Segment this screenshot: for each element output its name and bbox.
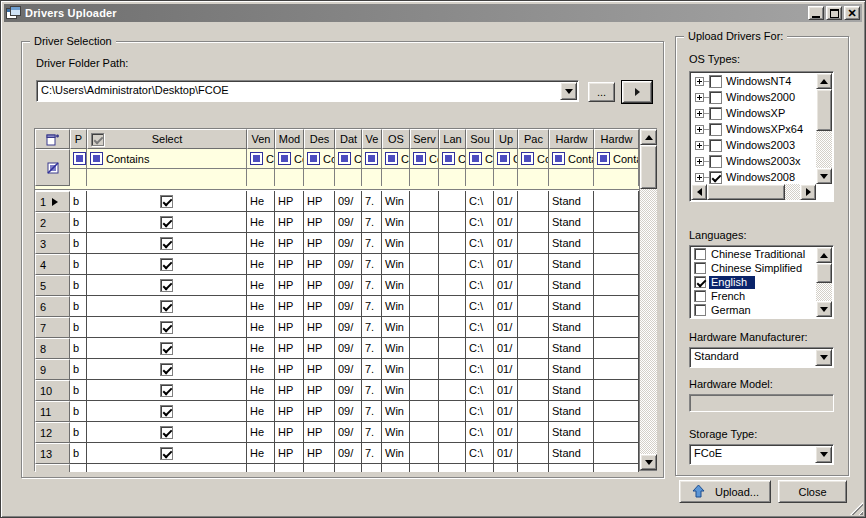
cell-sou-10[interactable]: C:\ [466,380,494,401]
scroll-down-button[interactable] [816,301,832,317]
cell-dat-5[interactable]: 09/ [335,254,362,275]
cell-lan-9[interactable] [439,359,466,380]
expand-plus-icon[interactable] [695,157,704,166]
scroll-down-button[interactable] [640,454,657,470]
filter-cell-up-11[interactable]: Contains [494,149,518,169]
os-type-checkbox[interactable] [709,139,722,152]
cell-os-7[interactable]: Win [382,317,410,338]
cell-up-11[interactable]: 01/ [494,443,518,464]
cell-up-11[interactable]: 01/ [494,401,518,422]
scroll-right-button[interactable] [800,184,816,200]
cell-serv-8[interactable] [410,191,439,212]
cell-pac-12[interactable] [518,296,549,317]
cell-select[interactable] [87,233,247,254]
cell-pac-12[interactable] [518,212,549,233]
language-checkbox[interactable] [694,248,706,260]
cell-hardw-13[interactable]: Stand [549,254,594,275]
cell-os-7[interactable]: Win [382,443,410,464]
filter-cell-des-4[interactable]: Contains [304,149,335,169]
os-type-item-windowsnt4[interactable]: WindowsNT4 [691,73,816,89]
column-header-hardw-13[interactable]: Hardw [549,129,594,149]
row-select-checkbox[interactable] [160,258,173,271]
cell-dat-5[interactable]: 09/ [335,380,362,401]
row-selector-10[interactable]: 10 [35,380,70,401]
cell-hardw-14[interactable] [594,254,639,275]
table-row[interactable]: 9bHeHPHP09/7.WinC:\01/Stand [35,359,639,380]
row-selector-11[interactable]: 11 [35,401,70,422]
row-select-checkbox[interactable] [160,195,173,208]
cell-dat-5[interactable]: 09/ [335,338,362,359]
filter-operator-icon[interactable] [442,152,455,165]
table-row[interactable]: 12bHeHPHP09/7.WinC:\01/Stand [35,422,639,443]
filter-cell-dat-5[interactable]: Contains [335,149,362,169]
cell-lan-9[interactable] [439,338,466,359]
column-header-hardw-14[interactable]: Hardw [594,129,639,149]
row-selector-13[interactable]: 13 [35,443,70,464]
cell-os-7[interactable]: Win [382,401,410,422]
filter-cell-hardw-13[interactable]: Contains [549,149,594,169]
row-selector-1[interactable]: 1 [35,191,70,212]
os-type-checkbox[interactable] [709,155,722,168]
os-type-checkbox[interactable] [709,123,722,136]
cell-up-11[interactable]: 01/ [494,338,518,359]
table-row[interactable]: 7bHeHPHP09/7.WinC:\01/Stand [35,317,639,338]
filter-input-cell[interactable] [594,169,639,186]
cell-pac-12[interactable] [518,338,549,359]
filter-input-cell[interactable] [439,169,466,186]
scroll-left-button[interactable] [691,184,707,200]
os-type-checkbox[interactable] [709,107,722,120]
upload-button[interactable]: Upload... [679,480,771,503]
cell-ven-2[interactable]: He [247,401,275,422]
filter-operator-icon[interactable] [90,152,103,165]
cell-hardw-14[interactable] [594,233,639,254]
cell-p[interactable]: b [70,233,87,254]
os-type-checkbox[interactable] [709,75,722,88]
cell-p[interactable]: b [70,338,87,359]
cell-hardw-13[interactable]: Stand [549,212,594,233]
cell-des-4[interactable]: HP [304,422,335,443]
cell-dat-5[interactable]: 09/ [335,233,362,254]
cell-up-11[interactable]: 01/ [494,275,518,296]
expand-plus-icon[interactable] [695,109,704,118]
cell-serv-8[interactable] [410,422,439,443]
cell-os-7[interactable]: Win [382,359,410,380]
scrollbar-thumb[interactable] [640,145,657,189]
cell-up-11[interactable]: 01/ [494,422,518,443]
cell-lan-9[interactable] [439,296,466,317]
expand-plus-icon[interactable] [695,93,704,102]
close-button[interactable]: ✕ [844,6,860,20]
column-header-ve-6[interactable]: Ve [362,129,382,149]
cell-dat-5[interactable]: 09/ [335,359,362,380]
field-chooser-button[interactable] [35,129,70,149]
column-header-serv-8[interactable]: Serv [410,129,439,149]
cell-sou-10[interactable]: C:\ [466,233,494,254]
cell-dat-5[interactable]: 09/ [335,191,362,212]
filter-cell-ven-2[interactable]: Contains [247,149,275,169]
cell-hardw-13[interactable]: Stand [549,422,594,443]
language-item-french[interactable]: French [691,289,816,303]
cell-hardw-14[interactable] [594,443,639,464]
cell-des-4[interactable]: HP [304,296,335,317]
cell-mod-3[interactable]: HP [275,422,304,443]
cell-ve-6[interactable]: 7. [362,401,382,422]
table-row[interactable]: 11bHeHPHP09/7.WinC:\01/Stand [35,401,639,422]
cell-serv-8[interactable] [410,212,439,233]
cell-p[interactable]: b [70,443,87,464]
filter-operator-icon[interactable] [278,152,291,165]
cell-mod-3[interactable]: HP [275,296,304,317]
cell-select[interactable] [87,254,247,275]
cell-sou-10[interactable]: C:\ [466,191,494,212]
scrollbar-thumb[interactable] [816,263,832,283]
cell-select[interactable] [87,191,247,212]
cell-ven-2[interactable]: He [247,254,275,275]
select-all-checkbox[interactable] [91,133,104,146]
maximize-button[interactable] [826,6,842,20]
cell-ve-6[interactable]: 7. [362,191,382,212]
row-select-checkbox[interactable] [160,426,173,439]
minimize-button[interactable] [808,6,824,20]
row-select-checkbox[interactable] [160,216,173,229]
cell-lan-9[interactable] [439,212,466,233]
language-checkbox[interactable] [694,276,706,288]
cell-dat-5[interactable]: 09/ [335,275,362,296]
table-row[interactable]: 8bHeHPHP09/7.WinC:\01/Stand [35,338,639,359]
